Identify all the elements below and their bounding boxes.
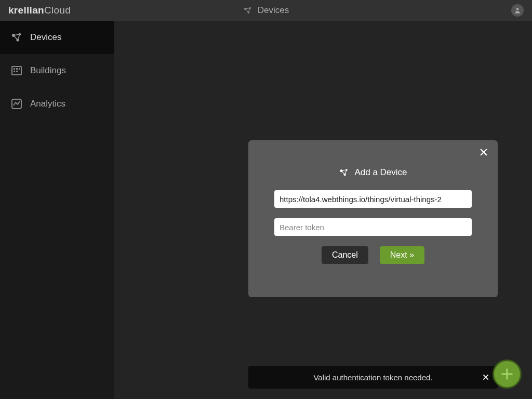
topbar-title: Devices bbox=[243, 5, 289, 16]
brand-light: Cloud bbox=[44, 5, 71, 16]
bearer-token-input[interactable] bbox=[274, 218, 472, 236]
topbar: krellianCloud Devices bbox=[0, 0, 532, 21]
topbar-title-text: Devices bbox=[258, 5, 289, 16]
buildings-icon bbox=[10, 64, 23, 77]
analytics-icon bbox=[10, 98, 23, 110]
sidebar-item-label: Analytics bbox=[30, 99, 65, 109]
sidebar-item-buildings[interactable]: Buildings bbox=[0, 54, 114, 87]
toast-message: Valid authentication token needed. bbox=[313, 373, 432, 382]
toast-close-button[interactable] bbox=[482, 374, 489, 381]
svg-line-4 bbox=[245, 9, 248, 12]
devices-icon bbox=[243, 6, 252, 15]
plus-icon bbox=[500, 367, 514, 381]
modal-close-button[interactable] bbox=[479, 148, 488, 157]
user-menu[interactable] bbox=[511, 4, 524, 17]
main-content: Add a Device Cancel Next » Valid authent… bbox=[114, 21, 532, 399]
svg-rect-17 bbox=[14, 71, 15, 72]
next-button[interactable]: Next » bbox=[380, 246, 424, 264]
sidebar-item-label: Buildings bbox=[30, 65, 66, 76]
modal-title-text: Add a Device bbox=[354, 167, 407, 178]
close-icon bbox=[479, 148, 488, 157]
devices-icon bbox=[10, 31, 23, 44]
svg-line-11 bbox=[14, 35, 18, 40]
brand-logo[interactable]: krellianCloud bbox=[8, 5, 71, 16]
sidebar: Devices Buildings Analytics bbox=[0, 21, 114, 399]
devices-icon bbox=[339, 167, 349, 178]
sidebar-item-devices[interactable]: Devices bbox=[0, 21, 114, 54]
add-device-modal: Add a Device Cancel Next » bbox=[248, 140, 498, 297]
close-icon bbox=[482, 374, 489, 381]
svg-rect-15 bbox=[16, 68, 18, 70]
topbar-right bbox=[511, 4, 524, 17]
toast-notification: Valid authentication token needed. bbox=[248, 366, 498, 389]
device-url-input[interactable] bbox=[274, 190, 472, 208]
svg-rect-14 bbox=[14, 68, 15, 70]
svg-rect-16 bbox=[19, 68, 20, 70]
svg-point-6 bbox=[516, 8, 519, 10]
user-icon bbox=[514, 7, 521, 14]
modal-actions: Cancel Next » bbox=[261, 246, 485, 264]
add-device-fab[interactable] bbox=[493, 360, 522, 389]
sidebar-item-analytics[interactable]: Analytics bbox=[0, 87, 114, 121]
cancel-button[interactable]: Cancel bbox=[322, 246, 368, 264]
svg-line-26 bbox=[341, 171, 345, 175]
modal-title: Add a Device bbox=[261, 167, 485, 178]
svg-rect-18 bbox=[16, 71, 18, 72]
sidebar-item-label: Devices bbox=[30, 32, 61, 43]
brand-bold: krellian bbox=[8, 5, 44, 16]
